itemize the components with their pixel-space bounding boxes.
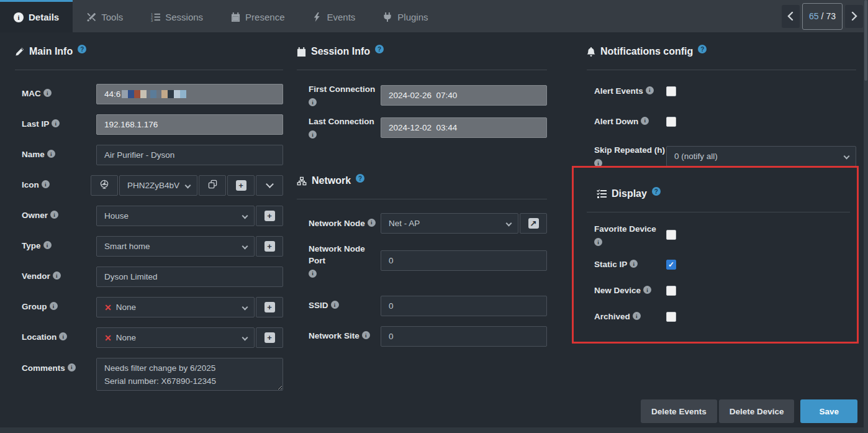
section-title: Session Info <box>311 46 370 57</box>
footer-actions: Delete Events Delete Device Save <box>641 399 857 423</box>
comments-textarea[interactable]: Needs filter change by 6/2025 Serial num… <box>96 358 283 391</box>
chevron-down-icon <box>242 213 248 219</box>
info-icon: i <box>50 211 58 219</box>
tools-icon <box>86 12 96 22</box>
mac-row: MACi 44:6 <box>15 84 283 104</box>
skip-repeated-row: Skip Repeated (h)i 0 (notify all) <box>587 145 856 167</box>
help-icon[interactable]: ? <box>698 45 707 53</box>
info-icon: i <box>52 119 60 127</box>
tab-tools[interactable]: Tools <box>73 0 137 32</box>
info-icon: i <box>641 117 649 125</box>
network-node-port-label: Network Node Porti <box>297 244 381 277</box>
network-site-label: Network Sitei <box>297 330 381 342</box>
chevron-down-icon <box>242 304 248 311</box>
tab-events[interactable]: Events <box>298 0 369 32</box>
info-icon: i <box>47 150 55 158</box>
save-button[interactable]: Save <box>800 399 857 423</box>
ssid-field[interactable]: 0 <box>381 296 547 316</box>
device-icon-preview-button[interactable] <box>91 175 118 196</box>
icon-select[interactable]: PHN2ZyB4bV <box>119 175 197 196</box>
favorite-device-label: Favorite Devicei <box>587 224 666 246</box>
last-ip-label: Last IPi <box>15 119 96 130</box>
help-icon[interactable]: ? <box>78 45 86 53</box>
info-icon: i <box>331 301 339 309</box>
notifications-config-header: Notifications config ? <box>587 32 856 70</box>
network-site-field[interactable]: 0 <box>381 326 547 347</box>
add-owner-button[interactable]: + <box>256 206 283 226</box>
first-connection-field[interactable]: 2024-02-26 07:40 <box>381 85 547 106</box>
alert-down-checkbox[interactable] <box>666 117 676 127</box>
info-icon: i <box>68 363 76 371</box>
info-icon: i <box>53 271 61 280</box>
help-icon[interactable]: ? <box>652 187 661 196</box>
chevron-down-icon <box>185 183 191 189</box>
red-x-icon: ✕ <box>104 333 112 343</box>
favorite-device-checkbox[interactable] <box>666 230 676 240</box>
skip-repeated-select[interactable]: 0 (notify all) <box>666 146 856 166</box>
add-group-button[interactable]: + <box>256 297 283 317</box>
help-icon[interactable]: ? <box>356 174 364 183</box>
name-row: Namei Air Purifier - Dyson <box>15 145 283 165</box>
owner-select[interactable]: House <box>96 206 255 226</box>
last-ip-field[interactable]: 192.168.1.176 <box>96 114 283 135</box>
last-ip-row: Last IPi 192.168.1.176 <box>15 114 283 135</box>
skip-repeated-label: Skip Repeated (h)i <box>587 145 666 167</box>
network-node-select[interactable]: Net - AP <box>381 213 518 234</box>
new-device-checkbox[interactable] <box>666 286 676 296</box>
icon-dropdown-button[interactable] <box>256 175 283 196</box>
info-icon: i <box>42 180 50 188</box>
help-icon[interactable]: ? <box>375 45 384 53</box>
delete-events-button[interactable]: Delete Events <box>641 399 717 423</box>
add-type-button[interactable]: + <box>256 236 283 257</box>
tab-label: Tools <box>101 12 123 22</box>
delete-device-button[interactable]: Delete Device <box>719 399 795 423</box>
calendar-icon <box>230 12 240 22</box>
mac-label: MACi <box>15 88 96 99</box>
network-node-port-field[interactable]: 0 <box>381 250 547 271</box>
static-ip-checkbox[interactable] <box>666 260 676 270</box>
vertical-scrollbar[interactable] <box>864 0 868 433</box>
alert-events-checkbox[interactable] <box>666 86 676 96</box>
location-label: Locationi <box>15 332 96 343</box>
chevron-down-icon <box>506 221 512 227</box>
tab-plugins[interactable]: Plugins <box>369 0 441 32</box>
mac-visible-prefix: 44:6 <box>104 89 120 99</box>
add-location-button[interactable]: + <box>256 327 283 348</box>
bell-icon <box>587 47 595 57</box>
name-field[interactable]: Air Purifier - Dyson <box>96 145 283 165</box>
mac-redacted-blocks <box>122 90 186 98</box>
location-row: Locationi ✕None + <box>15 327 283 348</box>
red-x-icon: ✕ <box>104 303 112 312</box>
network-site-row: Network Sitei 0 <box>297 326 547 347</box>
tab-details[interactable]: i Details <box>0 0 73 32</box>
external-link-icon: ↗ <box>528 218 539 229</box>
type-row: Typei Smart home + <box>15 236 283 257</box>
plus-icon: + <box>264 211 275 221</box>
tab-label: Presence <box>245 12 284 22</box>
static-ip-row: Static IPi <box>587 257 856 272</box>
tab-label: Events <box>327 12 355 22</box>
network-node-row: Network Nodei Net - AP ↗ <box>297 213 547 234</box>
vendor-field[interactable]: Dyson Limited <box>96 267 283 287</box>
section-title: Network <box>312 175 351 186</box>
section-title: Main Info <box>29 46 73 57</box>
tab-sessions[interactable]: 123 Sessions <box>137 0 217 32</box>
add-icon-button[interactable]: + <box>227 175 255 196</box>
chevron-down-icon <box>242 335 248 341</box>
archived-checkbox[interactable] <box>666 312 676 322</box>
tab-presence[interactable]: Presence <box>217 0 298 32</box>
location-select[interactable]: ✕None <box>96 327 255 348</box>
scrollbar-thumb[interactable] <box>864 0 867 81</box>
owner-label: Owneri <box>15 210 96 221</box>
next-device-button[interactable] <box>845 5 863 28</box>
device-pager: 65 / 73 <box>782 0 863 32</box>
copy-icon-button[interactable] <box>199 175 226 196</box>
group-select[interactable]: ✕None <box>96 297 255 317</box>
last-connection-field[interactable]: 2024-12-02 03:44 <box>381 117 547 138</box>
network-header: Network ? <box>297 148 547 199</box>
mac-field[interactable]: 44:6 <box>96 84 283 104</box>
footer-strip <box>0 427 868 433</box>
prev-device-button[interactable] <box>782 5 800 28</box>
type-select[interactable]: Smart home <box>96 236 255 257</box>
open-network-node-button[interactable]: ↗ <box>520 213 547 234</box>
